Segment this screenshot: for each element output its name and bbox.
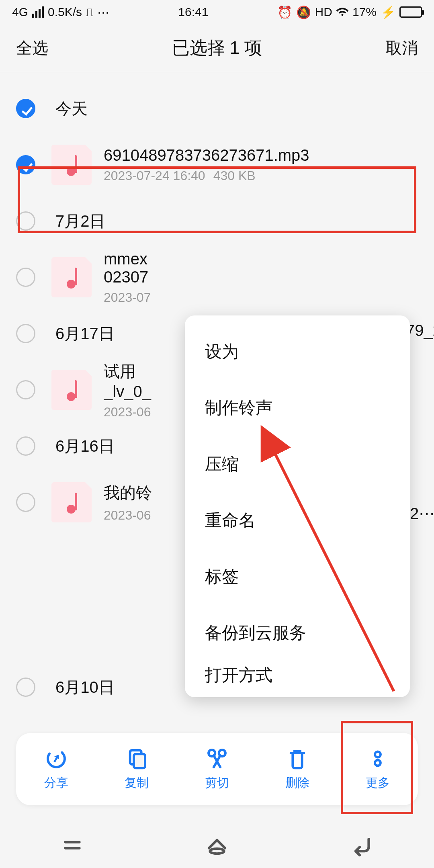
date-group-header[interactable]: 今天	[0, 88, 434, 129]
bottom-toolbar: 分享 复制 剪切 删除 更多	[16, 733, 418, 805]
svg-point-10	[210, 849, 224, 854]
group-checkbox[interactable]	[16, 211, 35, 231]
select-all-button[interactable]: 全选	[16, 37, 48, 59]
group-label: 7月2日	[55, 210, 106, 232]
music-file-icon	[51, 257, 92, 297]
menu-open-with[interactable]: 打开方式	[185, 661, 410, 689]
selection-title: 已选择 1 项	[172, 36, 262, 60]
svg-point-5	[375, 751, 381, 757]
svg-rect-2	[134, 754, 145, 768]
cancel-button[interactable]: 取消	[386, 37, 418, 59]
music-file-icon	[51, 370, 92, 410]
group-checkbox[interactable]	[16, 324, 35, 343]
tool-label: 删除	[285, 775, 309, 791]
signal-icon	[32, 6, 44, 18]
share-icon	[45, 747, 68, 770]
selection-header: 全选 已选择 1 项 取消	[0, 24, 434, 72]
file-name-label: mmex	[104, 250, 418, 268]
file-row[interactable]: 6910489783736273671.mp3 2023-07-24 16:40…	[0, 129, 434, 201]
more-options-menu: 设为 制作铃声 压缩 重命名 标签 备份到云服务 打开方式	[185, 315, 410, 697]
group-checkbox[interactable]	[16, 678, 35, 697]
charging-icon: ⚡	[381, 5, 395, 19]
date-group-header[interactable]: 7月2日	[0, 201, 434, 241]
group-label: 今天	[55, 98, 88, 120]
music-file-icon	[51, 145, 92, 185]
trash-icon	[286, 747, 309, 770]
scissors-icon	[206, 747, 228, 770]
status-bar: 4G 0.5K/s ⎍ ⋯ 16:41 ⏰ 🔕 HD 17% ⚡	[0, 0, 434, 24]
file-checkbox[interactable]	[16, 380, 35, 399]
recent-apps-button[interactable]	[60, 833, 84, 859]
file-meta-label: 2023-07	[104, 290, 418, 305]
music-file-icon	[51, 482, 92, 522]
copy-button[interactable]: 复制	[106, 747, 167, 791]
menu-backup-cloud[interactable]: 备份到云服务	[185, 605, 410, 661]
menu-set-as[interactable]: 设为	[185, 323, 410, 380]
menu-make-ringtone[interactable]: 制作铃声	[185, 380, 410, 436]
more-status-icon: ⋯	[97, 5, 109, 19]
file-row[interactable]: mmex 02307 2023-07	[0, 241, 434, 313]
alarm-icon: ⏰	[277, 5, 292, 19]
delete-button[interactable]: 删除	[267, 747, 328, 791]
tool-label: 剪切	[205, 775, 229, 791]
group-label: 6月10日	[55, 676, 115, 698]
cut-button[interactable]: 剪切	[187, 747, 247, 791]
menu-rename[interactable]: 重命名	[185, 492, 410, 549]
file-checkbox[interactable]	[16, 493, 35, 512]
group-checkbox[interactable]	[16, 436, 35, 456]
back-button[interactable]	[350, 833, 374, 859]
file-name-fragment: 79_2	[406, 321, 434, 340]
copy-icon	[125, 747, 148, 770]
more-icon	[366, 747, 389, 770]
mute-icon: 🔕	[296, 5, 311, 19]
group-checkbox[interactable]	[16, 99, 35, 118]
group-label: 6月17日	[55, 323, 115, 345]
network-label: 4G	[12, 5, 28, 19]
tool-label: 复制	[125, 775, 149, 791]
wifi-icon	[336, 5, 348, 20]
usb-icon: ⎍	[86, 5, 93, 19]
file-name-label: 6910489783736273671.mp3	[104, 146, 418, 164]
more-button[interactable]: 更多	[348, 747, 408, 791]
menu-compress[interactable]: 压缩	[185, 436, 410, 492]
home-button[interactable]	[205, 833, 229, 859]
menu-tags[interactable]: 标签	[185, 549, 410, 605]
clock-label: 16:41	[178, 5, 208, 19]
tool-label: 分享	[44, 775, 68, 791]
battery-pct-label: 17%	[352, 5, 377, 19]
file-name-fragment: 2⋯	[410, 504, 434, 523]
data-speed-label: 0.5K/s	[48, 5, 82, 19]
tool-label: 更多	[366, 775, 390, 791]
battery-icon	[399, 6, 422, 18]
svg-point-6	[375, 760, 381, 766]
file-name-label-2: 02307	[104, 268, 418, 286]
system-nav-bar	[0, 824, 434, 868]
file-meta-label: 2023-07-24 16:40430 KB	[104, 168, 418, 183]
group-label: 6月16日	[55, 435, 115, 457]
share-button[interactable]: 分享	[26, 747, 86, 791]
file-checkbox[interactable]	[16, 268, 35, 287]
file-checkbox[interactable]	[16, 155, 35, 174]
hd-label: HD	[315, 5, 332, 19]
